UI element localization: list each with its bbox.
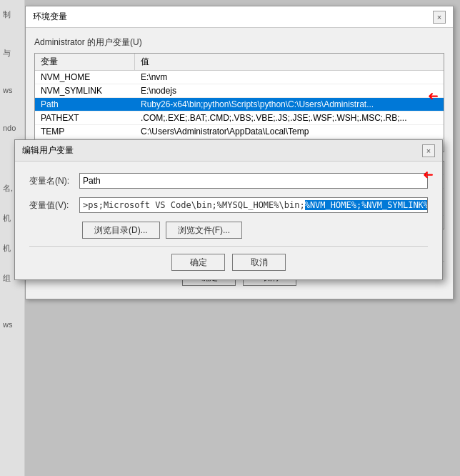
cell-nvm-home-val: E:\nvm	[135, 71, 444, 84]
sidebar-item-3: ws	[3, 81, 21, 99]
user-vars-label: Administrator 的用户变量(U)	[34, 36, 444, 49]
sidebar-item-4: ndo	[3, 119, 21, 137]
user-row-temp[interactable]: TEMP C:\Users\Administrator\AppData\Loca…	[35, 125, 444, 139]
edit-dialog-close-btn[interactable]: ×	[422, 144, 435, 157]
edit-cancel-btn[interactable]: 取消	[232, 254, 286, 271]
cell-path-var: Path	[35, 98, 135, 111]
env-vars-close-btn[interactable]: ×	[433, 11, 446, 24]
browse-buttons-row: 浏览目录(D)... 浏览文件(F)...	[79, 222, 428, 239]
cell-temp-val: C:\Users\Administrator\AppData\Local\Tem…	[135, 125, 444, 138]
browse-dir-btn[interactable]: 浏览目录(D)...	[82, 222, 160, 239]
cell-temp-var: TEMP	[35, 125, 135, 138]
edit-dialog-titlebar: 编辑用户变量 ×	[15, 140, 442, 162]
cell-path-val: Ruby26-x64\bin;python\Scripts\python\C:\…	[135, 98, 444, 111]
edit-user-var-dialog: 编辑用户变量 × 变量名(N): 变量值(V): >ps;Microsoft V…	[14, 139, 443, 280]
user-row-path[interactable]: Path Ruby26-x64\bin;python\Scripts\pytho…	[35, 98, 444, 111]
var-value-row: 变量值(V): >ps;Microsoft VS Code\bin;%MYSQL…	[29, 197, 428, 213]
var-name-label: 变量名(N):	[29, 175, 79, 187]
user-vars-table: 变量 值 NVM_HOME E:\nvm NVM_SYMLINK E:\node…	[34, 53, 444, 152]
var-name-row: 变量名(N):	[29, 173, 428, 189]
browse-file-btn[interactable]: 浏览文件(F)...	[166, 222, 242, 239]
var-value-display[interactable]: >ps;Microsoft VS Code\bin;%MYSQL_HOME%\b…	[79, 197, 428, 213]
sidebar-item-9: ws	[3, 316, 21, 333]
edit-confirm-row: 确定 取消	[29, 246, 428, 271]
user-row-pathext[interactable]: PATHEXT .COM;.EXE;.BAT;.CMD;.VBS;.VBE;.J…	[35, 111, 444, 125]
sidebar-item-1: 制	[3, 6, 21, 23]
arrow-value: ➜	[423, 167, 434, 183]
user-table-header: 变量 值	[35, 54, 444, 71]
value-prefix: >ps;Microsoft VS Code\bin;%MYSQL_HOME%\b…	[83, 200, 305, 210]
var-value-label: 变量值(V):	[29, 199, 79, 212]
edit-ok-btn[interactable]: 确定	[171, 254, 225, 271]
user-row-nvm-home[interactable]: NVM_HOME E:\nvm	[35, 71, 444, 84]
var-name-input[interactable]	[79, 173, 428, 189]
env-vars-title: 环境变量	[33, 11, 67, 23]
sidebar-item-2: 与	[3, 44, 21, 61]
env-vars-titlebar: 环境变量 ×	[26, 6, 453, 28]
header-var: 变量	[35, 54, 135, 70]
cell-pathext-val: .COM;.EXE;.BAT;.CMD;.VBS;.VBE;.JS;.JSE;.…	[135, 111, 444, 124]
header-val: 值	[135, 54, 444, 70]
value-selected: %NVM_HOME%;%NVM_SYMLINK%	[305, 200, 428, 210]
arrow-path: ➜	[428, 89, 439, 104]
cell-pathext-var: PATHEXT	[35, 111, 135, 124]
cell-nvm-home-var: NVM_HOME	[35, 71, 135, 84]
user-row-nvm-symlink[interactable]: NVM_SYMLINK E:\nodejs	[35, 84, 444, 98]
cell-nvm-symlink-val: E:\nodejs	[135, 84, 444, 97]
cell-nvm-symlink-var: NVM_SYMLINK	[35, 84, 135, 97]
edit-dialog-title: 编辑用户变量	[22, 144, 74, 157]
